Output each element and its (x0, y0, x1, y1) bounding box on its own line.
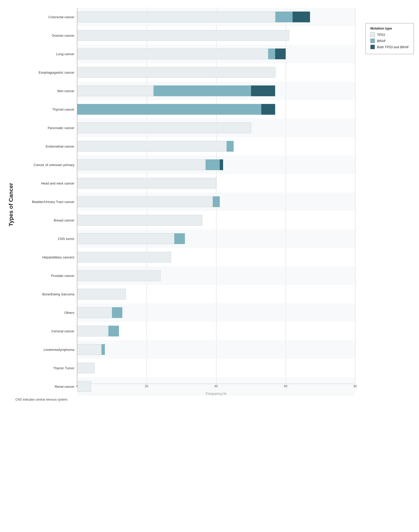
bar-tp53 (77, 67, 275, 78)
chart-with-labels: Colorectal cancerOvarian cancerLung canc… (15, 8, 355, 396)
bar-row (77, 82, 355, 100)
legend-swatch (370, 45, 375, 49)
grid-line (355, 8, 355, 384)
bar-both (251, 85, 275, 96)
legend-item-label: Both TP53 and BRAF (377, 45, 409, 49)
bar-tp53 (77, 363, 95, 373)
category-label: Lung cancer (15, 45, 74, 63)
legend-item-label: BRAF (377, 39, 386, 43)
bar-tp53 (77, 307, 112, 318)
bar-row (77, 156, 355, 174)
bar-group (77, 67, 355, 78)
bar-row (77, 192, 355, 211)
bar-group (77, 363, 355, 373)
bar-tp53 (77, 215, 202, 226)
bar-group (77, 252, 355, 263)
bar-row (77, 174, 355, 192)
bar-braf (102, 344, 105, 355)
bar-tp53 (77, 252, 171, 263)
bar-row (77, 100, 355, 119)
bar-row (77, 322, 355, 340)
bar-group (77, 85, 355, 96)
bar-tp53 (77, 12, 275, 22)
bar-row (77, 8, 355, 26)
bar-group (77, 196, 355, 207)
bar-group (77, 12, 355, 22)
bar-row (77, 229, 355, 248)
legend-swatch (370, 38, 375, 43)
x-tick: 0 (76, 384, 78, 388)
category-label: Head and neck cancer (15, 174, 74, 192)
bar-row (77, 119, 355, 137)
category-label: Cancer of unknown primary (15, 156, 74, 174)
bar-tp53 (77, 85, 154, 96)
bar-both (275, 49, 286, 59)
bar-braf (206, 159, 220, 170)
category-label: Renal cancer (15, 377, 74, 396)
category-label: Pancreatic cancer (15, 119, 74, 137)
chart-area: Colorectal cancerOvarian cancerLung canc… (15, 8, 414, 401)
chart-and-legend: Colorectal cancerOvarian cancerLung canc… (15, 8, 414, 396)
bar-group (77, 326, 355, 336)
category-label: Colorectal cancer (15, 8, 74, 26)
bars-section: 020406080 Frequency,% (77, 8, 355, 396)
bar-row (77, 63, 355, 82)
category-label: Bladder/Urinary Tract cancer (15, 192, 74, 211)
chart-outer: Types of Cancer Colorectal cancerOvarian… (5, 8, 414, 401)
bar-row (77, 45, 355, 63)
bar-braf (112, 307, 123, 318)
category-label: Thyroid cancer (15, 100, 74, 119)
bar-both (261, 104, 275, 115)
bar-braf (77, 104, 261, 115)
bar-group (77, 122, 355, 133)
bar-braf (227, 141, 234, 152)
legend-item: BRAF (370, 38, 409, 43)
bar-both (220, 159, 223, 170)
legend: Mutation type TP53BRAFBoth TP53 and BRAF (365, 23, 414, 54)
bar-row (77, 340, 355, 359)
bar-braf (268, 49, 275, 59)
bar-group (77, 289, 355, 299)
bar-tp53 (77, 122, 251, 133)
bar-both (293, 12, 310, 22)
bar-tp53 (77, 196, 213, 207)
bars-and-grid (77, 8, 355, 384)
category-label: Leukemia/lymphoma (15, 340, 74, 359)
bar-tp53 (77, 326, 108, 336)
footnote: CNS indicates central nervous system. (15, 398, 414, 401)
category-label: Thymic Tumor (15, 359, 74, 377)
bar-tp53 (77, 233, 174, 244)
category-label: Ovarian cancer (15, 26, 74, 45)
category-label: Esophagogastric cancer (15, 63, 74, 82)
bar-tp53 (77, 159, 206, 170)
bar-group (77, 233, 355, 244)
x-axis-container: 020406080 (77, 384, 355, 390)
bar-group (77, 178, 355, 189)
bar-tp53 (77, 49, 268, 59)
y-axis-label: Types of Cancer (5, 8, 15, 401)
bar-braf (213, 196, 220, 207)
bar-group (77, 104, 355, 115)
bar-braf (174, 233, 185, 244)
category-label: Cervical cancer (15, 322, 74, 340)
bar-row (77, 26, 355, 45)
category-label: CNS tumor (15, 229, 74, 248)
bar-row (77, 137, 355, 156)
legend-swatch (370, 32, 375, 37)
bar-row (77, 303, 355, 322)
bar-group (77, 159, 355, 170)
bar-tp53 (77, 344, 102, 355)
bar-braf (275, 12, 293, 22)
bar-group (77, 141, 355, 152)
bar-tp53 (77, 141, 227, 152)
legend-item: TP53 (370, 32, 409, 37)
bar-tp53 (77, 289, 126, 299)
bar-group (77, 344, 355, 355)
bar-row (77, 248, 355, 266)
category-label: Endometrial cancer (15, 137, 74, 156)
bar-group (77, 215, 355, 226)
category-label: Hepatobiliary cancers (15, 248, 74, 266)
bar-tp53 (77, 178, 216, 189)
legend-title: Mutation type (370, 26, 409, 30)
category-label: Skin cancer (15, 82, 74, 100)
